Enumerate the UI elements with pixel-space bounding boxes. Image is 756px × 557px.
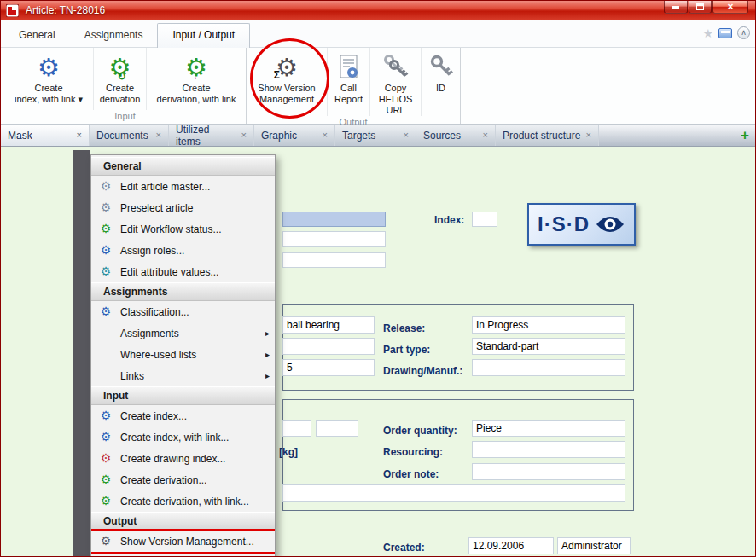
close-tab-icon[interactable]: × xyxy=(156,131,161,140)
close-tab-icon[interactable]: × xyxy=(241,131,247,140)
create-index-with-link-button[interactable]: ⚙ Create index, with link ▾ xyxy=(4,48,94,110)
order-quantity-field[interactable]: Piece xyxy=(472,420,625,437)
menu-item-show-version-management[interactable]: ⚙ Show Version Management... xyxy=(91,531,275,552)
ribbon-options-icon[interactable] xyxy=(718,28,732,38)
tab-input-output[interactable]: Input / Output xyxy=(157,23,250,48)
menu-item-assign-roles[interactable]: ⚙ Assign roles... xyxy=(91,240,275,261)
close-tab-icon[interactable]: × xyxy=(404,131,409,140)
note-wide-field[interactable] xyxy=(282,484,625,502)
app-icon xyxy=(6,4,19,17)
minimize-button[interactable] xyxy=(664,1,688,14)
gear-icon: ⚙ xyxy=(98,305,113,318)
order-note-field[interactable] xyxy=(472,463,625,480)
close-tab-icon[interactable]: × xyxy=(483,131,488,140)
add-tab-button[interactable]: + xyxy=(735,125,755,146)
gear-icon: ⚙ xyxy=(98,201,113,214)
doc-tab-documents[interactable]: Documents × xyxy=(90,125,169,146)
menu-item-create-drawing-index[interactable]: ⚙ Create drawing index... xyxy=(91,448,275,469)
order-quantity-label: Order quantity: xyxy=(383,425,457,437)
article-number-field[interactable] xyxy=(282,212,386,227)
menu-item-create-index[interactable]: ⚙ Create index... xyxy=(91,405,275,426)
gear-icon: ⚙ xyxy=(98,265,113,278)
link-arrow-overlay-icon: → xyxy=(188,70,199,83)
menu-item-edit-workflow-status[interactable]: ⚙ Edit Workflow status... xyxy=(91,218,275,240)
tab-assignments[interactable]: Assignments xyxy=(70,24,158,47)
drawing-manuf-field[interactable] xyxy=(472,359,625,376)
maximize-icon xyxy=(696,3,704,10)
index-field[interactable] xyxy=(472,212,497,227)
created-label: Created: xyxy=(383,542,425,554)
ribbon-group-output: ⚙Σ Show Version Management xyxy=(247,48,461,124)
close-tab-icon[interactable]: × xyxy=(586,131,591,140)
gear-icon: ⚙ xyxy=(98,223,113,235)
sigma-overlay-icon: Σ xyxy=(273,69,281,81)
copy-helios-url-button[interactable]: Copy HELiOS URL xyxy=(370,48,422,116)
maximize-button[interactable] xyxy=(689,1,712,14)
kg-unit-label: [kg] xyxy=(279,446,298,458)
submenu-arrow-icon: ▸ xyxy=(265,328,270,338)
menu-item-links[interactable]: Links ▸ xyxy=(91,365,275,386)
gear-blue-icon: ⚙ xyxy=(38,54,60,81)
submenu-arrow-icon: ▸ xyxy=(265,350,270,359)
tab-general[interactable]: General xyxy=(4,24,70,47)
doc-tab-utilized-items[interactable]: Utilized items × xyxy=(169,125,254,146)
menu-side-strip xyxy=(73,150,90,557)
call-report-button[interactable]: Call Report xyxy=(328,48,370,116)
menu-item-classification[interactable]: ⚙ Classification... xyxy=(91,301,275,322)
article-field-3[interactable] xyxy=(282,252,386,268)
release-label: Release: xyxy=(383,322,425,334)
collapse-ribbon-button[interactable]: ∧ xyxy=(737,26,750,39)
created-date-field[interactable]: 12.09.2006 xyxy=(468,537,554,554)
ribbon-tab-row: General Assignments Input / Output ★ ∧ xyxy=(1,20,755,48)
resourcing-label: Resourcing: xyxy=(383,446,443,458)
isd-logo-text: I·S·D xyxy=(538,212,590,236)
menu-item-create-index-with-link[interactable]: ⚙ Create index, with link... xyxy=(91,426,275,448)
ribbon: ⚙ Create index, with link ▾ ⚙↻ Create de… xyxy=(1,48,755,125)
release-field[interactable]: In Progress xyxy=(472,316,625,334)
create-derivation-with-link-button[interactable]: ⚙→ Create derivation, with link xyxy=(147,48,246,110)
menu-item-where-used-lists[interactable]: Where-used lists ▸ xyxy=(91,344,275,365)
close-tab-icon[interactable]: × xyxy=(77,131,82,140)
gear-icon: ⚙ xyxy=(98,535,113,548)
show-version-management-button[interactable]: ⚙Σ Show Version Management xyxy=(247,48,328,116)
menu-item-edit-attribute-values[interactable]: ⚙ Edit attribute values... xyxy=(91,261,275,282)
menu-item-create-derivation-with-link[interactable]: ⚙ Create derivation, with link... xyxy=(91,490,275,512)
doc-tab-graphic[interactable]: Graphic × xyxy=(254,125,335,146)
quantity-small-field-2[interactable] xyxy=(316,420,358,437)
close-button[interactable]: × xyxy=(712,1,748,14)
menu-item-edit-article-master[interactable]: ⚙ Edit article master... xyxy=(91,176,275,197)
drawing-manuf-label: Drawing/Manuf.: xyxy=(383,365,462,377)
gear-icon: ⚙ xyxy=(98,452,113,465)
doc-tab-mask[interactable]: Mask × xyxy=(1,125,90,146)
gear-icon: ⚙ xyxy=(98,409,113,422)
order-note-label: Order note: xyxy=(383,468,439,480)
favorite-star-icon[interactable]: ★ xyxy=(702,27,713,39)
part-type-label: Part type: xyxy=(383,344,430,356)
menu-item-preselect-article[interactable]: ⚙ Preselect article xyxy=(91,197,275,218)
created-by-field[interactable]: Administrator xyxy=(557,537,631,554)
article-field-2[interactable] xyxy=(282,231,386,247)
doc-tab-product-structure[interactable]: Product structure × xyxy=(496,125,599,146)
designation-field[interactable]: ball bearing xyxy=(282,316,375,334)
id-button[interactable]: ID xyxy=(422,48,460,116)
ribbon-group-label-input: Input xyxy=(4,110,246,124)
doc-tab-sources[interactable]: Sources × xyxy=(416,125,496,146)
quantity-small-field-1[interactable] xyxy=(282,420,311,437)
key-icon xyxy=(428,52,454,83)
left-field-row2[interactable] xyxy=(282,338,375,355)
gear-icon: ⚙ xyxy=(98,495,113,508)
window-title: Article: TN-28016 xyxy=(26,4,105,16)
doc-tab-targets[interactable]: Targets × xyxy=(335,125,416,146)
part-type-field[interactable]: Standard-part xyxy=(472,338,625,355)
left-field-row3[interactable]: 5 xyxy=(282,359,375,376)
submenu-arrow-icon: ▸ xyxy=(265,371,270,380)
create-derivation-button[interactable]: ⚙↻ Create derivation xyxy=(94,48,147,110)
isd-logo: I·S·D xyxy=(527,203,636,246)
menu-section-output: Output xyxy=(91,512,275,531)
isd-eye-icon xyxy=(595,213,625,235)
close-tab-icon[interactable]: × xyxy=(323,131,328,140)
menu-item-create-derivation[interactable]: ⚙ Create derivation... xyxy=(91,469,275,490)
menu-item-assignments[interactable]: Assignments ▸ xyxy=(91,322,275,344)
resourcing-field[interactable] xyxy=(472,441,625,458)
gear-icon: ⚙ xyxy=(98,244,113,257)
